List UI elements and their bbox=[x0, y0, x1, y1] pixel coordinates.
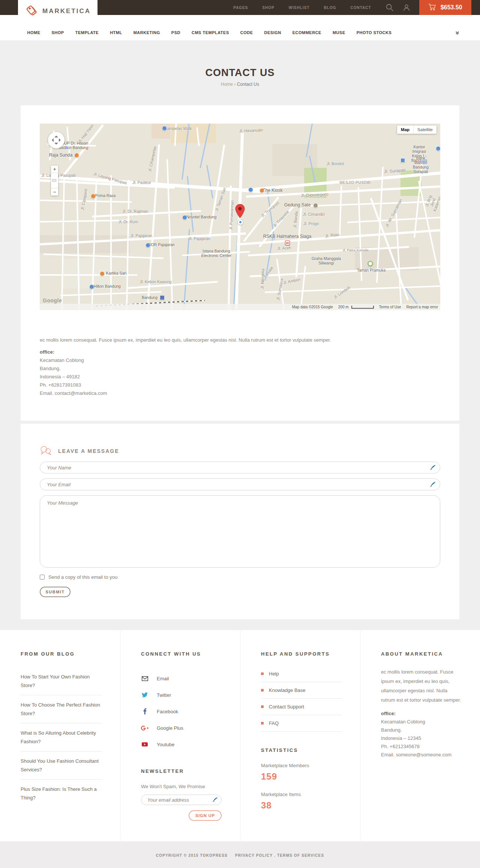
page-title: CONTACT US bbox=[0, 67, 480, 79]
email-input[interactable] bbox=[40, 478, 440, 490]
social-link-label[interactable]: Twitter bbox=[157, 692, 171, 698]
statistics-heading: STATISTICS bbox=[261, 747, 342, 753]
main-nav-item-home[interactable]: HOME bbox=[27, 30, 40, 35]
social-link-label[interactable]: Email bbox=[157, 676, 169, 681]
map-label: Jl. Lombok bbox=[333, 285, 351, 300]
breadcrumb-separator: › bbox=[234, 82, 236, 87]
help-link-knowladge-base[interactable]: Knowladge Base bbox=[269, 687, 306, 693]
social-link-youtube[interactable]: Youtube bbox=[141, 736, 222, 753]
top-nav: PAGESSHOPWISHLISTBLOGCONTACT bbox=[233, 6, 385, 10]
top-nav-item-wishlist[interactable]: WISHLIST bbox=[289, 6, 310, 10]
social-link-facebook[interactable]: Facebook bbox=[141, 703, 222, 720]
facebook-icon bbox=[141, 708, 148, 714]
main-nav-item-design[interactable]: DESIGN bbox=[264, 30, 281, 35]
newsletter-email-input[interactable] bbox=[141, 795, 222, 805]
help-link-faq[interactable]: FAQ bbox=[269, 720, 279, 726]
map-label: Jl. Dr. Rum bbox=[118, 220, 138, 224]
blog-post-link[interactable]: How To Start Your Own Fashion Store? bbox=[21, 672, 102, 690]
email-icon bbox=[141, 676, 148, 681]
address-line: Indonesia – 49182 bbox=[40, 373, 440, 381]
social-link-label[interactable]: Google Plus bbox=[157, 725, 183, 731]
user-icon[interactable] bbox=[403, 4, 410, 11]
footer-connect-column: CONNECT WITH US EmailTwitterFacebookGoog… bbox=[120, 630, 240, 841]
help-link-item: Help bbox=[261, 666, 342, 682]
main-nav-item-shop[interactable]: SHOP bbox=[52, 30, 64, 35]
blog-post-link[interactable]: How To Choose The Perfect Fashion Store? bbox=[21, 701, 102, 718]
office-label: office: bbox=[40, 348, 440, 356]
blog-post-item: What is So Alluring About Celebrity Fash… bbox=[21, 723, 102, 751]
terms-of-use-link[interactable]: Terms of Use bbox=[379, 305, 401, 309]
submit-button[interactable]: SUBMIT bbox=[40, 587, 70, 597]
map-label: Jl. Taman Sari bbox=[214, 187, 227, 212]
address-line: Bandung. bbox=[40, 365, 440, 373]
more-menu-chevron-icon[interactable] bbox=[455, 31, 459, 35]
map-pan-control[interactable] bbox=[48, 132, 64, 148]
send-copy-checkbox[interactable] bbox=[40, 575, 45, 580]
blog-post-link[interactable]: Should You Use Fashion Consultant Servic… bbox=[21, 757, 102, 774]
breadcrumb-home[interactable]: Home bbox=[221, 82, 233, 87]
social-link-google-plus[interactable]: Google Plus bbox=[141, 720, 222, 736]
social-link-label[interactable]: Facebook bbox=[157, 709, 178, 714]
social-link-twitter[interactable]: Twitter bbox=[141, 687, 222, 703]
map-marker-pin-icon[interactable] bbox=[235, 204, 245, 220]
map-label: Raja Sunda bbox=[49, 152, 73, 158]
main-nav-item-code[interactable]: CODE bbox=[240, 30, 253, 35]
main-nav-item-template[interactable]: TEMPLATE bbox=[75, 30, 99, 35]
map-label: Jl. Layang Pasupati bbox=[41, 173, 76, 178]
address-line: Kecamatan Coblong bbox=[40, 356, 440, 365]
google-map[interactable]: Champelas WalkJl. HasanudinJl. Haji Yasi… bbox=[40, 124, 440, 310]
map-poi-bank-icon bbox=[400, 158, 405, 163]
map-label: Taman Pramuka bbox=[357, 268, 386, 272]
newsletter-heading: NEWSLETTER bbox=[141, 768, 222, 774]
blog-post-link[interactable]: What is So Alluring About Celebrity Fash… bbox=[21, 729, 102, 746]
map-zoom-control[interactable]: + − bbox=[51, 166, 58, 196]
main-nav-item-marketing[interactable]: MARKETING bbox=[134, 30, 160, 35]
square-bullet-icon bbox=[261, 722, 264, 725]
help-link-contact-support[interactable]: Contact Support bbox=[269, 704, 304, 710]
signup-button[interactable]: SIGN UP bbox=[189, 810, 222, 821]
map-label: Jl. Cimandiri bbox=[303, 212, 325, 217]
map-label: Jl. Hasanudin bbox=[239, 128, 263, 133]
map-poi-hosp-icon: H bbox=[285, 241, 290, 245]
main-nav-item-ecommerce[interactable]: ECOMMERCE bbox=[292, 30, 321, 35]
main-nav-item-psd[interactable]: PSD bbox=[171, 30, 180, 35]
logo[interactable]: MARKETICA bbox=[18, 0, 98, 22]
members-value: 159 bbox=[261, 771, 342, 782]
legal-links[interactable]: PRIVACY POLICY . TERMS OF SERVICES bbox=[235, 853, 324, 858]
bottom-bar: COPYRIGHT © 2015 TOKOPRESS PRIVACY POLIC… bbox=[0, 841, 480, 868]
main-nav-item-cms-templates[interactable]: CMS TEMPLATES bbox=[192, 30, 229, 35]
square-bullet-icon bbox=[261, 705, 264, 708]
map-poi-dot-icon bbox=[89, 284, 94, 289]
social-link-label[interactable]: Youtube bbox=[157, 742, 174, 747]
map-type-map-button[interactable]: Map bbox=[397, 125, 413, 134]
message-textarea[interactable] bbox=[40, 495, 440, 568]
map-label: Kartika Sari bbox=[106, 271, 126, 275]
report-map-error-link[interactable]: Report a map error bbox=[406, 305, 438, 309]
social-link-email[interactable]: Email bbox=[141, 670, 222, 687]
top-nav-item-contact[interactable]: CONTACT bbox=[351, 6, 371, 10]
main-nav-item-muse[interactable]: MUSE bbox=[333, 30, 345, 35]
map-attribution: Map data ©2015 Google 200 m Terms of Use… bbox=[40, 304, 440, 310]
map-label: Jl. Pasteur bbox=[132, 180, 151, 185]
scale-bar bbox=[351, 306, 374, 309]
help-link-help[interactable]: Help bbox=[269, 671, 279, 677]
blog-post-item: Should You Use Fashion Consultant Servic… bbox=[21, 751, 102, 780]
zoom-handle[interactable] bbox=[52, 179, 56, 182]
cart-button[interactable]: $653.50 bbox=[419, 0, 471, 15]
main-nav-item-photo-stocks[interactable]: PHOTO STOCKS bbox=[357, 30, 392, 35]
map-label: Jl. Layang Pasupati bbox=[93, 172, 127, 185]
footer-connect-heading: CONNECT WITH US bbox=[141, 651, 222, 657]
zoom-track[interactable] bbox=[51, 173, 58, 188]
top-nav-item-shop[interactable]: SHOP bbox=[262, 6, 274, 10]
top-nav-item-pages[interactable]: PAGES bbox=[233, 6, 248, 10]
zoom-out-button[interactable]: − bbox=[51, 188, 58, 196]
search-icon[interactable] bbox=[386, 3, 394, 12]
top-nav-item-blog[interactable]: BLOG bbox=[324, 6, 336, 10]
youtube-icon bbox=[141, 742, 148, 747]
name-input[interactable] bbox=[40, 462, 440, 474]
map-type-satellite-button[interactable]: Satellite bbox=[413, 125, 436, 134]
map-label: The Kiosk bbox=[262, 188, 282, 193]
zoom-in-button[interactable]: + bbox=[51, 166, 58, 173]
blog-post-link[interactable]: Plus Size Fashion: Is There Such a Thing… bbox=[21, 785, 102, 802]
main-nav-item-html[interactable]: HTML bbox=[110, 30, 122, 35]
